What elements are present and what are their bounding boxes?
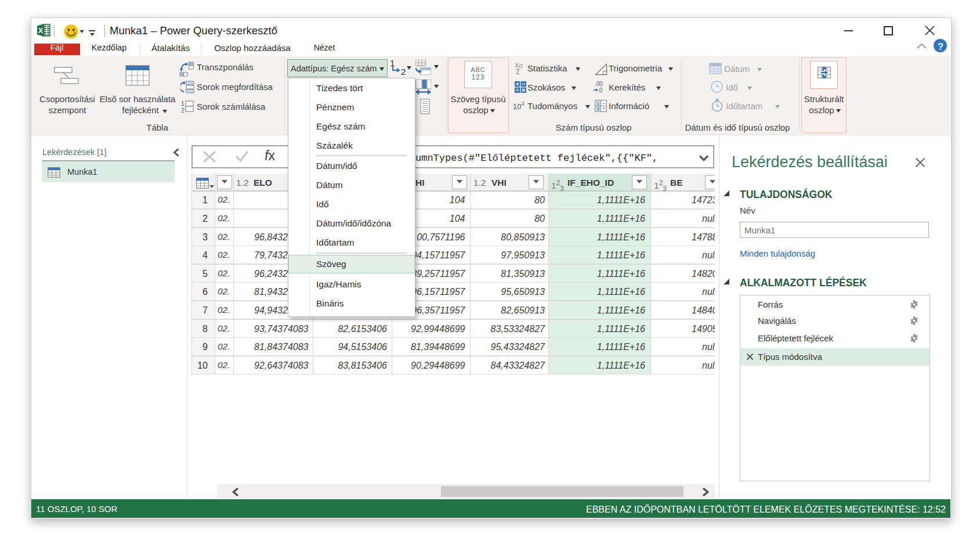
svg-text:2: 2: [522, 100, 525, 106]
svg-text:3: 3: [597, 106, 600, 111]
svg-text:−: −: [602, 100, 605, 106]
svg-text:1: 1: [597, 101, 600, 106]
svg-text:X: X: [38, 27, 44, 35]
svg-text:2: 2: [181, 107, 185, 114]
svg-text:1: 1: [181, 100, 185, 107]
svg-text:Σ: Σ: [516, 67, 520, 75]
svg-text:.0: .0: [598, 87, 603, 93]
svg-text:.00: .00: [595, 81, 603, 87]
svg-text:+: +: [602, 106, 605, 111]
svg-text:10: 10: [513, 102, 521, 111]
